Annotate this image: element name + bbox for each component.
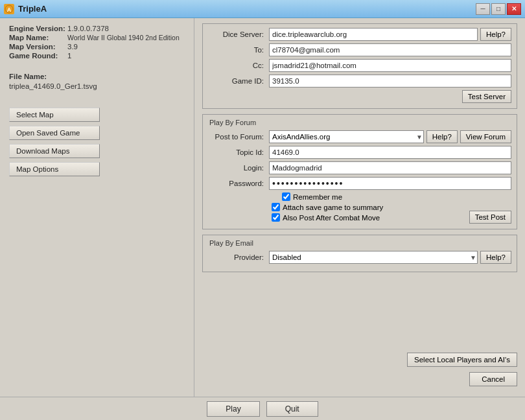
game-info: Engine Version: 1.9.0.0.7378 Map Name: W… bbox=[9, 25, 185, 61]
download-maps-button[interactable]: Download Maps bbox=[9, 144, 100, 158]
quit-button[interactable]: Quit bbox=[266, 401, 318, 417]
play-by-forum-title: Play By Forum bbox=[208, 119, 511, 126]
attach-save-row: Attach save game to summary bbox=[208, 203, 383, 211]
test-server-button[interactable]: Test Server bbox=[462, 90, 511, 103]
to-label: To: bbox=[208, 46, 266, 54]
post-to-forum-dropdown[interactable]: AxisAndAllies.org ▼ bbox=[269, 130, 424, 143]
title-bar-left: A TripleA bbox=[4, 4, 47, 14]
engine-version-value: 1.9.0.0.7378 bbox=[67, 25, 109, 32]
dice-server-input[interactable] bbox=[269, 28, 478, 41]
login-input[interactable] bbox=[269, 161, 511, 174]
map-version-label: Map Version: bbox=[9, 43, 67, 51]
login-label: Login: bbox=[208, 164, 266, 172]
also-post-label: Also Post After Combat Move bbox=[283, 214, 380, 222]
cc-row: Cc: bbox=[208, 59, 511, 72]
game-id-input[interactable] bbox=[269, 75, 511, 88]
remember-me-label: Remember me bbox=[293, 193, 342, 201]
cc-label: Cc: bbox=[208, 62, 266, 69]
play-by-email-section: Play By Email Provider: Disabled ▼ Help? bbox=[202, 235, 517, 272]
file-name-label: File Name: bbox=[9, 73, 185, 80]
email-help-button[interactable]: Help? bbox=[480, 251, 511, 264]
dice-server-input-group: Help? bbox=[269, 28, 511, 41]
map-name-row: Map Name: World War II Global 1940 2nd E… bbox=[9, 34, 185, 41]
file-name-value: triplea_41469.0_Ger1.tsvg bbox=[9, 82, 97, 90]
bottom-actions: Select Local Players and AI's Cancel bbox=[202, 277, 517, 391]
engine-version-label: Engine Version: bbox=[9, 25, 67, 32]
checkboxes-group: Attach save game to summary Also Post Af… bbox=[208, 203, 383, 224]
game-round-label: Game Round: bbox=[9, 52, 67, 60]
to-input[interactable] bbox=[269, 43, 511, 56]
left-panel: Engine Version: 1.9.0.0.7378 Map Name: W… bbox=[0, 18, 194, 397]
close-button[interactable]: ✕ bbox=[507, 3, 521, 15]
app-icon: A bbox=[4, 4, 14, 14]
post-to-forum-row: Post to Forum: AxisAndAllies.org ▼ Help?… bbox=[208, 130, 511, 143]
view-forum-button[interactable]: View Forum bbox=[460, 130, 511, 143]
forum-help-button[interactable]: Help? bbox=[426, 130, 458, 143]
dice-server-help-button[interactable]: Help? bbox=[480, 28, 511, 41]
engine-version-row: Engine Version: 1.9.0.0.7378 bbox=[9, 25, 185, 32]
login-row: Login: bbox=[208, 161, 511, 174]
action-buttons: Select Map Open Saved Game Download Maps… bbox=[9, 108, 185, 176]
map-options-button[interactable]: Map Options bbox=[9, 162, 100, 176]
provider-select[interactable]: Disabled bbox=[269, 251, 478, 264]
provider-dropdown[interactable]: Disabled ▼ bbox=[269, 251, 478, 264]
password-input[interactable] bbox=[269, 177, 511, 190]
map-name-label: Map Name: bbox=[9, 34, 67, 41]
game-round-row: Game Round: 1 bbox=[9, 52, 185, 60]
right-panel: Dice Server: Help? To: Cc: Game ID: bbox=[194, 18, 525, 397]
select-players-button[interactable]: Select Local Players and AI's bbox=[407, 353, 517, 367]
also-post-row: Also Post After Combat Move bbox=[208, 213, 383, 222]
dice-server-section: Dice Server: Help? To: Cc: Game ID: bbox=[202, 23, 517, 109]
svg-text:A: A bbox=[7, 6, 12, 13]
minimize-button[interactable]: ─ bbox=[476, 3, 490, 15]
cancel-button[interactable]: Cancel bbox=[469, 372, 517, 386]
game-round-value: 1 bbox=[67, 52, 71, 60]
post-to-forum-label: Post to Forum: bbox=[208, 133, 266, 141]
dice-server-dropdown-wrapper bbox=[269, 28, 478, 41]
provider-label: Provider: bbox=[208, 253, 266, 261]
window-title: TripleA bbox=[18, 4, 47, 14]
maximize-button[interactable]: □ bbox=[491, 3, 506, 15]
attach-save-label: Attach save game to summary bbox=[283, 204, 383, 211]
post-to-forum-group: AxisAndAllies.org ▼ Help? View Forum bbox=[269, 130, 511, 143]
attach-save-checkbox[interactable] bbox=[272, 203, 280, 211]
file-section: File Name: triplea_41469.0_Ger1.tsvg bbox=[9, 73, 185, 91]
remember-me-checkbox[interactable] bbox=[282, 192, 290, 201]
play-by-email-title: Play By Email bbox=[208, 239, 511, 247]
test-post-button[interactable]: Test Post bbox=[469, 211, 511, 224]
also-post-checkbox[interactable] bbox=[272, 213, 280, 222]
dice-server-row: Dice Server: Help? bbox=[208, 28, 511, 41]
cc-input[interactable] bbox=[269, 59, 511, 72]
map-version-row: Map Version: 3.9 bbox=[9, 43, 185, 51]
remember-me-row: Remember me bbox=[208, 192, 511, 201]
dice-server-label: Dice Server: bbox=[208, 30, 266, 38]
select-map-button[interactable]: Select Map bbox=[9, 108, 100, 122]
game-id-row: Game ID: bbox=[208, 75, 511, 88]
topic-id-row: Topic Id: bbox=[208, 146, 511, 159]
open-saved-game-button[interactable]: Open Saved Game bbox=[9, 126, 100, 140]
password-row: Password: bbox=[208, 177, 511, 190]
provider-group: Disabled ▼ Help? bbox=[269, 251, 511, 264]
topic-id-label: Topic Id: bbox=[208, 148, 266, 156]
password-label: Password: bbox=[208, 180, 266, 187]
topic-id-input[interactable] bbox=[269, 146, 511, 159]
bottom-bar: Play Quit bbox=[0, 397, 525, 420]
game-id-label: Game ID: bbox=[208, 77, 266, 85]
to-row: To: bbox=[208, 43, 511, 56]
play-by-forum-section: Play By Forum Post to Forum: AxisAndAlli… bbox=[202, 114, 517, 229]
play-button[interactable]: Play bbox=[207, 401, 259, 417]
provider-row: Provider: Disabled ▼ Help? bbox=[208, 251, 511, 264]
map-name-value: World War II Global 1940 2nd Edition bbox=[67, 34, 180, 41]
title-bar: A TripleA ─ □ ✕ bbox=[0, 0, 525, 18]
main-container: Engine Version: 1.9.0.0.7378 Map Name: W… bbox=[0, 18, 525, 397]
window-controls: ─ □ ✕ bbox=[476, 3, 521, 15]
post-to-forum-select[interactable]: AxisAndAllies.org bbox=[269, 130, 424, 143]
map-version-value: 3.9 bbox=[67, 43, 78, 51]
